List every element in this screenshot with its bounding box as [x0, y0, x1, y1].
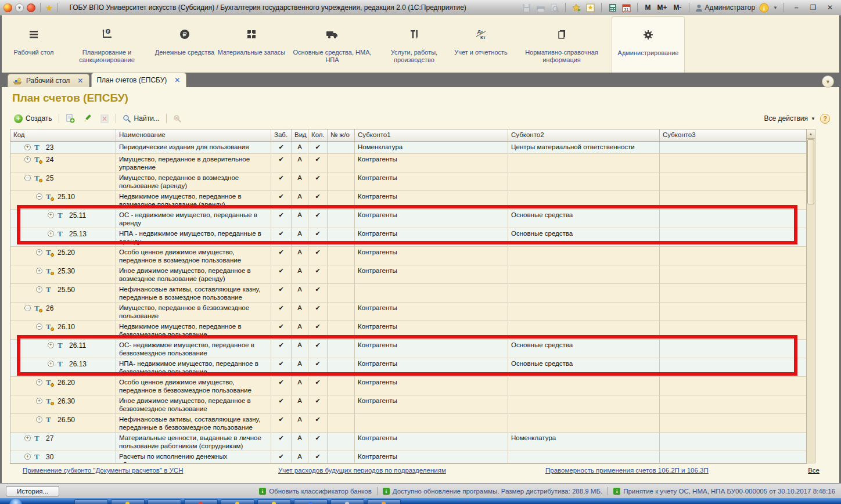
column-header-8[interactable]: Субконто2 [508, 129, 660, 141]
tab-desktop[interactable]: Рабочий стол✕ [8, 74, 89, 87]
collapse-icon[interactable]: – [36, 323, 42, 330]
scroll-up-icon[interactable]: ▲ [807, 129, 815, 139]
print-icon[interactable] [535, 3, 545, 13]
memory-m-minus-button[interactable]: M- [673, 3, 683, 12]
account-row-26.20[interactable]: +T26.20Особо ценное движимое имущество, … [10, 377, 807, 395]
account-row-26.10[interactable]: –T26.10Недвижимое имущество, переданное … [10, 321, 807, 340]
account-row-25.13[interactable]: +T25.13НПА - недвижимое имущество, перед… [10, 228, 807, 247]
tab-close-icon[interactable]: ✕ [77, 77, 83, 85]
ribbon-section-8[interactable]: Нормативно-справочная информация [512, 15, 612, 73]
expand-icon[interactable]: + [24, 435, 31, 441]
taskbar-app-button[interactable] [148, 499, 181, 504]
taskbar-app-button[interactable] [111, 499, 145, 504]
ribbon-section-2[interactable]: ₽Планирование и санкционирование [61, 15, 153, 73]
column-header-3[interactable]: Заб. [271, 129, 292, 141]
taskbar-app-button[interactable] [330, 499, 364, 504]
ribbon-section-4[interactable]: Материальные запасы [217, 15, 286, 73]
account-row-30[interactable]: +T30Расчеты по исполнению денежных обяза… [10, 451, 807, 463]
expand-icon[interactable]: + [36, 268, 42, 274]
expand-icon[interactable]: + [24, 144, 31, 150]
ribbon-section-3[interactable]: ₽Денежные средства [153, 15, 217, 73]
service-info-icon[interactable]: i [759, 3, 769, 13]
ribbon-section-6[interactable]: Услуги, работы, производство [378, 15, 450, 73]
column-header-5[interactable]: Кол. [308, 129, 328, 141]
account-row-25.10[interactable]: –T25.10Недвижимое имущество, переданное … [10, 191, 807, 210]
close-button[interactable]: ✕ [824, 3, 836, 12]
create-button[interactable]: + Создать [12, 113, 54, 124]
expand-icon[interactable]: + [36, 416, 42, 423]
expand-icon[interactable]: + [48, 212, 54, 218]
account-row-25.11[interactable]: +T25.11ОС - недвижимое имущество, переда… [10, 210, 807, 228]
tab-chart-of-accounts[interactable]: План счетов (ЕПСБУ)✕ [91, 73, 186, 87]
status-notification-3[interactable]: iПринятие к учету ОС, НМА, НПА БУ00-0000… [613, 488, 835, 495]
start-button-icon[interactable] [9, 499, 22, 504]
scrollbar-thumb[interactable] [807, 139, 814, 204]
column-header-9[interactable]: Субконто3 [660, 129, 807, 141]
cancel-search-button[interactable] [171, 113, 184, 124]
account-row-24[interactable]: +T24Имущество, переданное в доверительно… [10, 154, 807, 172]
taskbar-app-button[interactable] [221, 499, 254, 504]
account-row-26.50[interactable]: +T26.50Нефинансовые активы, составляющие… [10, 414, 807, 433]
help-button[interactable]: ? [820, 114, 830, 124]
footer-link-106[interactable]: Правомерность применения счетов 106.2П и… [545, 467, 709, 474]
memory-m-plus-button[interactable]: M+ [656, 3, 668, 12]
expand-icon[interactable]: + [48, 231, 54, 237]
expand-icon[interactable]: + [48, 342, 54, 348]
column-header-1[interactable]: Код [10, 129, 116, 141]
find-button[interactable]: Найти... [121, 113, 161, 124]
collapse-icon[interactable]: – [36, 193, 42, 200]
save-icon[interactable] [522, 3, 531, 13]
minimize-button[interactable]: – [790, 3, 803, 12]
current-user[interactable]: Администратор [695, 3, 756, 12]
ribbon-section-9[interactable]: Администрирование [612, 16, 685, 73]
collapse-panel-button[interactable]: ▼ [822, 75, 834, 88]
restore-button[interactable]: ❐ [807, 3, 820, 12]
1c-logo-icon[interactable] [3, 3, 12, 12]
favorites-list-icon[interactable] [585, 3, 595, 13]
taskbar-app-button[interactable] [257, 499, 291, 504]
expand-icon[interactable]: + [36, 286, 42, 293]
footer-link-all[interactable]: Все [808, 467, 820, 474]
service-dropdown-icon[interactable]: ▼ [773, 5, 778, 10]
column-header-2[interactable]: Наименование [116, 129, 271, 141]
column-header-4[interactable]: Вид [292, 129, 308, 141]
record-button-icon[interactable] [27, 3, 35, 12]
account-row-23[interactable]: +T23Периодические издания для пользовани… [10, 142, 807, 154]
expand-icon[interactable]: + [24, 453, 31, 460]
status-notification-2[interactable]: iДоступно обновление программы. Размер д… [383, 488, 602, 495]
expand-icon[interactable]: + [24, 156, 31, 163]
expand-icon[interactable]: + [36, 398, 42, 404]
favorites-star-icon[interactable]: ★ [45, 3, 53, 12]
footer-link-rbp[interactable]: Учет расходов будущих периодов по подраз… [278, 467, 446, 474]
edit-button[interactable] [81, 113, 94, 124]
account-row-27[interactable]: +T27Материальные ценности, выданные в ли… [10, 433, 807, 451]
taskbar-app-button[interactable] [294, 499, 328, 504]
account-row-26.11[interactable]: +T26.11ОС- недвижимое имущество, передан… [10, 340, 807, 358]
copy-item-button[interactable] [64, 113, 77, 124]
status-notification-1[interactable]: iОбновить классификатор банков [259, 488, 372, 495]
expand-icon[interactable]: + [36, 379, 42, 386]
all-actions-button[interactable]: Все действия ▼ [764, 114, 815, 123]
taskbar-app-button[interactable] [184, 499, 218, 504]
account-row-26[interactable]: –T26Имущество, переданное в безвозмездно… [10, 303, 807, 321]
column-header-6[interactable]: № ж/о [328, 129, 355, 141]
ribbon-section-7[interactable]: ДтКтУчет и отчетность [450, 15, 512, 73]
calendar-icon[interactable]: 31 [621, 3, 631, 13]
account-row-26.30[interactable]: +T26.30Иное движимое имущество, переданн… [10, 395, 807, 414]
history-button[interactable]: История... [6, 486, 59, 496]
account-row-25.30[interactable]: +T25.30Иное движимое имущество, переданн… [10, 265, 807, 284]
account-row-26.13[interactable]: +T26.13НПА- недвижимое имущество, переда… [10, 358, 807, 377]
ribbon-section-1[interactable]: Рабочий стол [6, 15, 61, 73]
print-preview-icon[interactable] [549, 3, 559, 13]
delete-button[interactable] [99, 113, 111, 124]
calculator-icon[interactable] [608, 3, 617, 13]
ribbon-section-5[interactable]: Основные средства, НМА, НПА [286, 15, 378, 73]
footer-link-usn[interactable]: Применение субконто "Документы расчетов"… [23, 467, 183, 474]
account-row-25.20[interactable]: +T25.20Особо ценное движимое имущество, … [10, 247, 807, 265]
expand-icon[interactable]: + [36, 249, 42, 255]
main-menu-dropdown-icon[interactable]: ▼ [15, 3, 24, 12]
column-header-7[interactable]: Субконто1 [355, 129, 508, 141]
taskbar-app-button[interactable] [74, 499, 108, 504]
collapse-icon[interactable]: – [24, 175, 31, 181]
tab-close-icon[interactable]: ✕ [174, 76, 180, 84]
